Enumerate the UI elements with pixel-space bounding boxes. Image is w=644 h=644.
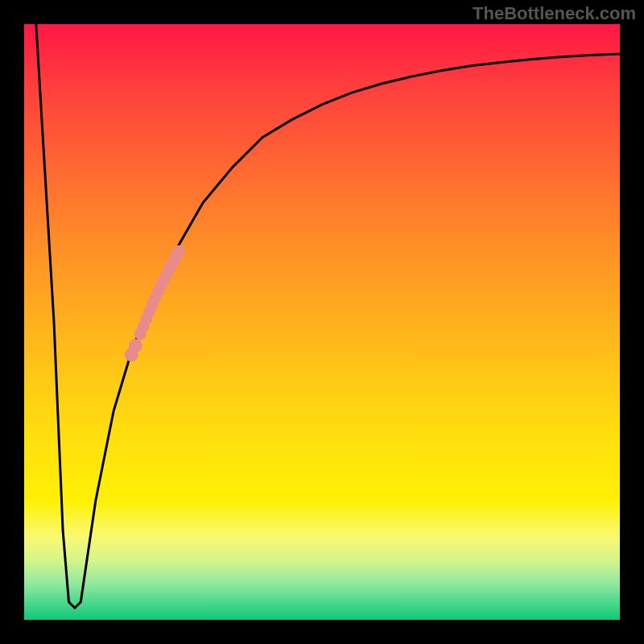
chart-svg xyxy=(24,24,620,620)
highlight-dot-large xyxy=(129,339,142,353)
bottleneck-curve xyxy=(36,24,620,608)
watermark-text: TheBottleneck.com xyxy=(473,3,636,24)
highlight-dot xyxy=(173,245,185,257)
chart-plot-area xyxy=(24,24,620,620)
highlight-dots-lower xyxy=(125,339,142,361)
highlight-dots-main xyxy=(134,245,185,340)
